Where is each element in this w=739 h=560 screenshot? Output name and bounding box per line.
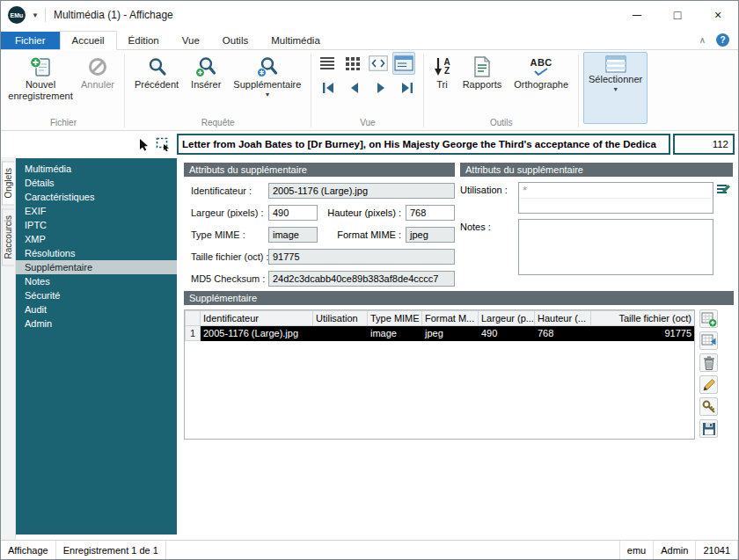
cell-utilisation[interactable] [313, 326, 368, 341]
ribbon: Nouvel enregistrement Annuler Fichier [1, 50, 738, 131]
sidebar-item-xmp[interactable]: XMP [16, 232, 177, 246]
table-row[interactable]: 1 2005-1176 (Large).jpg image jpeg 490 7… [186, 326, 695, 341]
record-title-field[interactable]: Letter from Joah Bates to [Dr Burney], o… [177, 134, 670, 155]
insert-label: Insérer [191, 79, 221, 91]
tab-multimedia[interactable]: Multimédia [260, 32, 332, 49]
utilisation-field[interactable]: * [518, 182, 713, 214]
reports-button[interactable]: Rapports [457, 52, 508, 93]
ribbon-separator [578, 55, 579, 127]
first-record-button[interactable] [316, 77, 340, 98]
record-number-field[interactable]: 112 [673, 134, 735, 155]
sidebar-item-supplementaire[interactable]: Supplémentaire [16, 260, 177, 274]
cancel-button[interactable]: Annuler [76, 52, 120, 93]
sort-button[interactable]: AZ Tri [428, 52, 455, 93]
cell-hauteur[interactable]: 768 [535, 326, 591, 341]
content-panel: Attributs du supplémentaire Identificate… [177, 157, 738, 540]
sidebar-item-caracteristiques[interactable]: Caractéristiques [16, 190, 177, 204]
col-identificateur[interactable]: Identificateur [201, 311, 313, 326]
sidebar-item-admin[interactable]: Admin [16, 316, 177, 331]
grid-view-icon [345, 55, 361, 71]
search-supplementary-icon [256, 55, 279, 78]
sidebar-item-securite[interactable]: Sécurité [16, 288, 177, 302]
type-mime-field[interactable]: image [268, 227, 318, 243]
minimize-button[interactable]: ─ [617, 1, 657, 29]
spelling-button[interactable]: ABC Orthographe [509, 52, 574, 93]
previous-record-icon [348, 82, 362, 94]
save-grid-button[interactable] [699, 419, 718, 438]
col-type-mime[interactable]: Type MIME [368, 311, 422, 326]
utilisation-lookup-button[interactable] [713, 182, 733, 197]
list-view-button[interactable] [316, 52, 339, 75]
cell-format-mime[interactable]: jpeg [422, 326, 479, 341]
cancel-icon [86, 55, 109, 78]
fill-tool-button[interactable] [699, 397, 718, 416]
close-button[interactable]: × [698, 1, 738, 29]
sidebar-item-exif[interactable]: EXIF [16, 204, 177, 218]
tab-accueil[interactable]: Accueil [60, 31, 117, 50]
cursor-icon[interactable] [138, 138, 150, 151]
largeur-field[interactable]: 490 [268, 205, 318, 221]
insert-row-button[interactable] [699, 331, 718, 350]
ribbon-tab-bar: Fichier Accueil Édition Vue Outils Multi… [1, 29, 738, 50]
add-row-button[interactable] [699, 309, 718, 328]
status-bar: Affichage Enregistrement 1 de 1 emu Admi… [1, 540, 738, 559]
sidebar-item-multimedia[interactable]: Multimédia [16, 162, 177, 176]
group-label-vue: Vue [316, 117, 419, 130]
col-format-mime[interactable]: Format M... [422, 311, 479, 326]
col-utilisation[interactable]: Utilisation [313, 311, 368, 326]
tab-outils[interactable]: Outils [211, 32, 260, 49]
group-label-outils: Outils [428, 117, 574, 130]
format-mime-field[interactable]: jpeg [406, 227, 455, 243]
previous-search-button[interactable]: Précédent [129, 52, 184, 93]
help-icon[interactable]: ? [716, 33, 729, 47]
delete-row-button[interactable] [699, 353, 718, 372]
tab-edition[interactable]: Édition [117, 32, 171, 49]
utilisation-label: Utilisation : [460, 182, 518, 195]
cell-taille[interactable]: 91775 [591, 326, 695, 341]
record-header-row: Letter from Joah Bates to [Dr Burney], o… [1, 131, 738, 157]
sidebar-item-details[interactable]: Détails [16, 176, 177, 190]
form-view-button[interactable] [392, 52, 415, 75]
cell-identificateur[interactable]: 2005-1176 (Large).jpg [201, 326, 313, 341]
previous-label: Précédent [135, 79, 179, 91]
cancel-label: Annuler [81, 79, 114, 91]
attributes-right-panel: Attributs du supplémentaire Utilisation … [460, 163, 733, 275]
sidebar: Multimédia Détails Caractéristiques EXIF… [16, 158, 177, 535]
next-record-button[interactable] [369, 77, 392, 98]
maximize-button[interactable]: □ [657, 1, 698, 29]
edit-row-button[interactable] [699, 375, 718, 394]
last-record-button[interactable] [395, 77, 419, 98]
insert-button[interactable]: Insérer [186, 52, 226, 93]
side-tab-raccourcis[interactable]: Raccourcis [2, 208, 14, 265]
app-icon[interactable]: EMu [8, 6, 26, 24]
sidebar-item-iptc[interactable]: IPTC [16, 218, 177, 232]
supplementaire-search-button[interactable]: Supplémentaire ▼ [228, 52, 306, 100]
tab-vue[interactable]: Vue [171, 32, 211, 49]
group-label-fichier: Fichier [7, 117, 120, 130]
sidebar-item-notes[interactable]: Notes [16, 274, 177, 288]
taille-fichier-field[interactable]: 91775 [268, 249, 455, 265]
md5-field[interactable]: 24d2c3dcabb40ce89b383af8de4cccc7 [268, 271, 455, 287]
save-disk-icon [701, 421, 717, 437]
cell-type-mime[interactable]: image [368, 326, 422, 341]
grid-view-button[interactable] [341, 52, 364, 75]
col-hauteur[interactable]: Hauteur (... [535, 311, 591, 326]
select-button[interactable]: Sélectionner ▼ [583, 52, 648, 124]
sidebar-item-audit[interactable]: Audit [16, 302, 177, 316]
col-largeur[interactable]: Largeur (p... [479, 311, 535, 326]
previous-record-button[interactable] [342, 77, 366, 98]
side-tab-onglets[interactable]: Onglets [2, 161, 14, 205]
new-record-button[interactable]: Nouvel enregistrement [7, 52, 74, 104]
hauteur-field[interactable]: 768 [406, 205, 455, 221]
sidebar-item-resolutions[interactable]: Résolutions [16, 246, 177, 260]
code-view-button[interactable] [367, 52, 390, 75]
quick-access-caret-icon[interactable]: ▼ [32, 11, 39, 19]
md5-label: MD5 Checksum : [191, 273, 268, 284]
notes-field[interactable] [518, 219, 713, 275]
select-region-icon[interactable] [156, 137, 171, 151]
col-taille[interactable]: Taille fichier (oct) [591, 311, 695, 326]
tab-fichier[interactable]: Fichier [1, 32, 60, 49]
cell-largeur[interactable]: 490 [479, 326, 535, 341]
collapse-ribbon-icon[interactable]: ∧ [699, 36, 706, 45]
identificateur-field[interactable]: 2005-1176 (Large).jpg [268, 183, 455, 199]
